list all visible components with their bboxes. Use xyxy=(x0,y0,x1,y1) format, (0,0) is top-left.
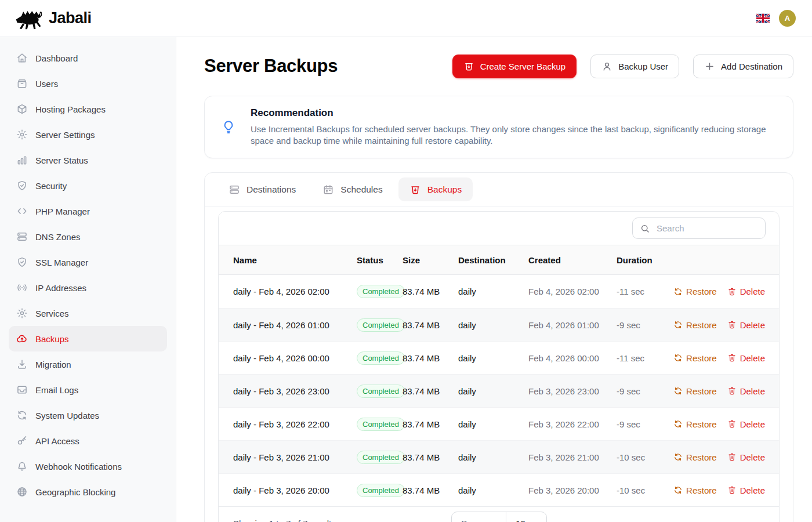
sidebar-item-ssl-manager[interactable]: SSL Manager xyxy=(9,249,167,275)
brand-logo: Jabali xyxy=(14,7,92,30)
create-server-backup-button[interactable]: Create Server Backup xyxy=(452,55,577,78)
backup-created: Feb 4, 2026 00:00 xyxy=(528,353,617,363)
status-badge: Completed xyxy=(357,484,405,497)
sidebar-item-label: IP Addresses xyxy=(35,283,86,293)
table-row: daily - Feb 3, 2026 20:00Completed83.74 … xyxy=(219,473,779,506)
restore-button[interactable]: Restore xyxy=(673,353,717,363)
delete-button[interactable]: Delete xyxy=(727,353,765,363)
restore-button[interactable]: Restore xyxy=(673,452,717,462)
avatar[interactable]: A xyxy=(779,10,796,27)
add-destination-button[interactable]: Add Destination xyxy=(693,55,793,78)
sidebar-item-server-settings[interactable]: Server Settings xyxy=(9,122,167,147)
gear-icon xyxy=(16,307,28,319)
column-header-destination: Destination xyxy=(458,255,528,265)
restore-button[interactable]: Restore xyxy=(673,386,717,396)
inbox-icon xyxy=(16,384,28,396)
sidebar-item-email-logs[interactable]: Email Logs xyxy=(9,377,167,403)
search-input[interactable] xyxy=(632,217,766,239)
search-field[interactable] xyxy=(655,223,758,234)
backup-user-button[interactable]: Backup User xyxy=(590,55,679,78)
sidebar-item-label: API Access xyxy=(35,436,79,446)
package-icon xyxy=(16,103,28,115)
backup-duration: -9 sec xyxy=(617,320,670,330)
lightbulb-icon xyxy=(221,119,236,135)
server-icon xyxy=(16,231,28,242)
sidebar-item-label: SSL Manager xyxy=(35,258,88,267)
delete-button[interactable]: Delete xyxy=(727,320,765,330)
backups-card: DestinationsSchedulesBackups NameStatusS… xyxy=(204,172,793,522)
backup-size: 83.74 MB xyxy=(403,485,458,495)
sidebar-item-label: Services xyxy=(35,309,69,318)
tab-backups[interactable]: Backups xyxy=(398,177,473,201)
topbar: Jabali A xyxy=(0,0,812,37)
restore-icon xyxy=(673,320,683,329)
sidebar-item-label: PHP Manager xyxy=(35,206,90,216)
sidebar-item-migration[interactable]: Migration xyxy=(9,351,167,377)
bell-icon xyxy=(16,461,28,472)
sidebar-item-dashboard[interactable]: Dashboard xyxy=(9,45,167,71)
restore-button[interactable]: Restore xyxy=(673,287,717,296)
tab-schedules[interactable]: Schedules xyxy=(311,177,393,201)
language-flag-button[interactable] xyxy=(756,13,770,23)
delete-button[interactable]: Delete xyxy=(727,287,765,296)
key-icon xyxy=(16,435,28,447)
search-icon xyxy=(640,223,650,234)
sidebar-item-geographic-blocking[interactable]: Geographic Blocking xyxy=(9,479,167,505)
page-header: Server Backups Create Server BackupBacku… xyxy=(204,52,793,80)
restore-icon xyxy=(673,287,683,296)
restore-button[interactable]: Restore xyxy=(673,419,717,429)
sidebar-item-label: Dashboard xyxy=(35,53,78,63)
table-card: NameStatusSizeDestinationCreatedDuration… xyxy=(218,211,780,522)
trash-icon xyxy=(727,287,737,296)
sidebar-item-dns-zones[interactable]: DNS Zones xyxy=(9,224,167,249)
sidebar-item-label: Migration xyxy=(35,360,71,369)
sidebar-item-php-manager[interactable]: PHP Manager xyxy=(9,198,167,224)
sidebar-item-backups[interactable]: Backups xyxy=(9,326,167,351)
restore-icon xyxy=(673,419,683,429)
status-badge: Completed xyxy=(357,351,405,365)
restore-button[interactable]: Restore xyxy=(673,320,717,330)
sidebar-item-ip-addresses[interactable]: IP Addresses xyxy=(9,275,167,300)
backup-destination: daily xyxy=(458,353,528,363)
status-badge: Completed xyxy=(357,418,405,431)
backup-duration: -11 sec xyxy=(617,353,670,363)
sidebar-item-services[interactable]: Services xyxy=(9,300,167,326)
shield-icon xyxy=(16,180,28,191)
backup-name: daily - Feb 4, 2026 02:00 xyxy=(233,287,357,296)
delete-button[interactable]: Delete xyxy=(727,419,765,429)
per-page-select[interactable]: Per page 10 xyxy=(451,512,547,522)
page-title: Server Backups xyxy=(204,56,338,77)
tab-destinations[interactable]: Destinations xyxy=(217,177,307,201)
tab-bar: DestinationsSchedulesBackups xyxy=(205,173,793,206)
search-row xyxy=(219,212,779,245)
backup-destination: daily xyxy=(458,320,528,330)
backup-destination: daily xyxy=(458,386,528,396)
sidebar-item-system-updates[interactable]: System Updates xyxy=(9,403,167,428)
backup-destination: daily xyxy=(458,452,528,462)
per-page-label: Per page xyxy=(452,512,506,522)
trash-icon xyxy=(727,353,737,362)
delete-button[interactable]: Delete xyxy=(727,452,765,462)
sidebar-item-webhook-notifications[interactable]: Webhook Notifications xyxy=(9,454,167,479)
sidebar-item-users[interactable]: Users xyxy=(9,71,167,96)
sidebar-item-api-access[interactable]: API Access xyxy=(9,428,167,454)
backup-created: Feb 3, 2026 22:00 xyxy=(528,419,617,429)
person-icon xyxy=(601,61,612,72)
refresh-icon xyxy=(16,409,28,421)
sidebar-item-label: System Updates xyxy=(35,411,99,420)
sidebar-item-server-status[interactable]: Server Status xyxy=(9,147,167,173)
sidebar-item-security[interactable]: Security xyxy=(9,173,167,198)
delete-button[interactable]: Delete xyxy=(727,485,765,495)
column-header-status: Status xyxy=(357,255,403,265)
backup-destination: daily xyxy=(458,287,528,296)
restore-button[interactable]: Restore xyxy=(673,485,717,495)
home-icon xyxy=(16,52,28,64)
sidebar-item-hosting-packages[interactable]: Hosting Packages xyxy=(9,96,167,122)
download-icon xyxy=(16,358,28,370)
delete-button[interactable]: Delete xyxy=(727,386,765,396)
column-header-name: Name xyxy=(233,255,357,265)
backup-size: 83.74 MB xyxy=(403,287,458,296)
backup-size: 83.74 MB xyxy=(403,320,458,330)
backup-created: Feb 4, 2026 02:00 xyxy=(528,287,617,296)
sidebar: DashboardUsersHosting PackagesServer Set… xyxy=(0,37,176,522)
